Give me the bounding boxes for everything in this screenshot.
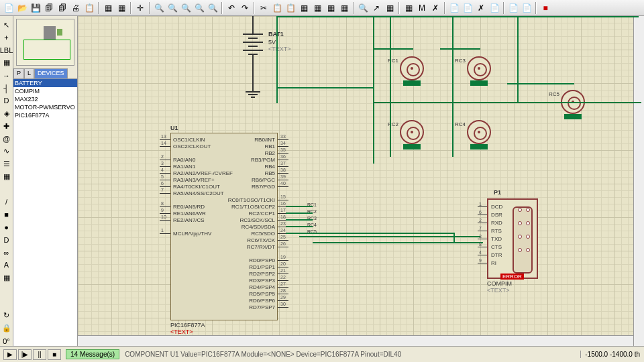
sim-control-3[interactable]: ■ <box>48 349 61 360</box>
toolbar-btn-40[interactable]: ✗ <box>475 2 487 14</box>
toolbar-btn-3[interactable]: 🗐 <box>43 2 55 14</box>
toolbar-btn-23[interactable]: 📋 <box>271 2 283 14</box>
motor-rc4[interactable] <box>467 120 491 144</box>
sim-control-2[interactable]: || <box>33 349 46 360</box>
tab-devices[interactable]: DEVICES <box>34 68 68 78</box>
toolbar-btn-6[interactable]: 📋 <box>83 2 95 14</box>
toolbar-btn-43[interactable]: 📄 <box>507 2 519 14</box>
tab-l[interactable]: L <box>24 68 34 78</box>
toolbar-btn-41[interactable]: 📄 <box>488 2 500 14</box>
toolbar-btn-8[interactable]: ▦ <box>102 2 114 14</box>
left-tool-16[interactable]: ● <box>1 223 12 233</box>
left-tool-6[interactable]: D <box>1 96 12 106</box>
toolbar-btn-32[interactable]: ▦ <box>384 2 396 14</box>
toolbar-btn-0[interactable]: 📄 <box>3 2 15 14</box>
left-tool-5[interactable]: ┤ <box>1 83 12 93</box>
toolbar-btn-17[interactable]: 🔍 <box>207 2 219 14</box>
toolbar-btn-14[interactable]: 🔍 <box>166 2 178 14</box>
battery-voltage: 5V <box>268 39 276 46</box>
battery-text: <TEXT> <box>268 46 291 52</box>
scrollbar-vertical[interactable] <box>633 16 644 346</box>
left-tool-19[interactable]: A <box>1 260 12 270</box>
toolbar-btn-44[interactable]: 📄 <box>521 2 533 14</box>
left-tool-10[interactable]: ∿ <box>1 146 12 156</box>
status-bar: ▶|▶||■ 14 Message(s) COMPONENT U1 Value=… <box>0 346 644 362</box>
message-count[interactable]: 14 Message(s) <box>66 349 119 359</box>
chip-part: PIC16F877A <box>170 322 205 328</box>
main-area: ↖+LBL▦→┤D◈✚@∿☰▦/■●D∞A▦↻🔒0° PLDEVICES BAT… <box>0 16 644 346</box>
left-tool-24[interactable]: 🔒 <box>1 323 12 333</box>
device-tabs: PLDEVICES <box>13 68 77 79</box>
db9-error: ERROR <box>500 274 524 280</box>
left-tool-11[interactable]: ☰ <box>1 159 12 169</box>
device-pic16f877a[interactable]: PIC16F877A <box>13 111 77 119</box>
left-tool-17[interactable]: D <box>1 235 12 245</box>
scrollbar-horizontal[interactable] <box>78 335 633 346</box>
left-tool-25[interactable]: 0° <box>1 336 12 346</box>
sim-control-1[interactable]: |▶ <box>18 349 32 360</box>
device-max232[interactable]: MAX232 <box>13 95 77 103</box>
motor-rc1[interactable] <box>400 56 424 80</box>
toolbar-btn-38[interactable]: 📄 <box>448 2 460 14</box>
db9-ref: P1 <box>494 189 501 196</box>
left-tool-0[interactable]: ↖ <box>1 20 12 30</box>
toolbar-btn-16[interactable]: 🔍 <box>193 2 205 14</box>
device-battery[interactable]: BATTERY <box>13 79 77 87</box>
left-tool-2[interactable]: LBL <box>1 46 12 56</box>
toolbar-btn-13[interactable]: 🔍 <box>153 2 165 14</box>
toolbar-btn-11[interactable]: ✛ <box>134 2 146 14</box>
toolbar-btn-4[interactable]: 🗐 <box>56 2 68 14</box>
db9-text: <TEXT> <box>487 287 510 294</box>
device-motor-pwmservo[interactable]: MOTOR-PWMSERVO <box>13 103 77 111</box>
device-compim[interactable]: COMPIM <box>13 87 77 95</box>
left-tool-13[interactable] <box>1 184 12 194</box>
left-tool-12[interactable]: ▦ <box>1 172 12 182</box>
left-tool-14[interactable]: / <box>1 197 12 207</box>
overview-panel[interactable] <box>16 19 74 66</box>
toolbar-btn-27[interactable]: ▦ <box>325 2 337 14</box>
main-toolbar: 📄📂💾🗐🗐🖨📋▦▦✛🔍🔍🔍🔍🔍↶↷✂📋📋▦▦▦▦🔍↗▦▦M✗📄📄✗📄📄📄■ <box>0 0 644 16</box>
left-tool-3[interactable]: ▦ <box>1 58 12 68</box>
status-info: COMPONENT U1 Value=PIC16F877A Module=<NO… <box>125 351 401 358</box>
toolbar-btn-39[interactable]: 📄 <box>462 2 474 14</box>
left-tool-1[interactable]: + <box>1 33 12 43</box>
toolbar-btn-46[interactable]: ■ <box>539 2 551 14</box>
sidebar: PLDEVICES BATTERYCOMPIMMAX232MOTOR-PWMSE… <box>13 16 78 346</box>
toolbar-btn-24[interactable]: 📋 <box>284 2 297 14</box>
left-tool-8[interactable]: ✚ <box>1 121 12 131</box>
toolbar-btn-26[interactable]: ▦ <box>311 2 323 14</box>
schematic-canvas[interactable]: BAT1 5V <TEXT> U1 13OSC1/CLKIN14OSC2/CLK… <box>78 16 644 346</box>
toolbar-btn-19[interactable]: ↶ <box>225 2 237 14</box>
left-tool-7[interactable]: ◈ <box>1 109 12 119</box>
toolbar-btn-35[interactable]: M <box>416 2 428 14</box>
left-tool-20[interactable]: ▦ <box>1 273 12 283</box>
toolbar-btn-34[interactable]: ▦ <box>402 2 415 14</box>
coordinates: -1500.0 -1400.0 th <box>580 351 644 358</box>
toolbar-btn-15[interactable]: 🔍 <box>180 2 192 14</box>
device-list[interactable]: BATTERYCOMPIMMAX232MOTOR-PWMSERVOPIC16F8… <box>13 79 77 346</box>
motor-rc3[interactable] <box>467 56 491 80</box>
db9-part: COMPIM <box>487 280 512 287</box>
left-tool-21[interactable] <box>1 286 12 296</box>
toolbar-btn-22[interactable]: ✂ <box>258 2 270 14</box>
toolbar-btn-36[interactable]: ✗ <box>429 2 441 14</box>
left-tool-9[interactable]: @ <box>1 134 12 144</box>
toolbar-btn-9[interactable]: ▦ <box>115 2 127 14</box>
toolbar-btn-30[interactable]: 🔍 <box>357 2 369 14</box>
chip-text: <TEXT> <box>170 328 193 335</box>
toolbar-btn-2[interactable]: 💾 <box>30 2 42 14</box>
left-tool-23[interactable]: ↻ <box>1 310 12 320</box>
left-tool-22[interactable] <box>1 298 12 308</box>
toolbar-btn-20[interactable]: ↷ <box>239 2 251 14</box>
toolbar-btn-25[interactable]: ▦ <box>298 2 310 14</box>
left-tool-4[interactable]: → <box>1 70 12 80</box>
left-tool-18[interactable]: ∞ <box>1 247 12 257</box>
tab-p[interactable]: P <box>13 68 24 78</box>
toolbar-btn-5[interactable]: 🖨 <box>70 2 82 14</box>
left-tool-15[interactable]: ■ <box>1 210 12 220</box>
toolbar-btn-31[interactable]: ↗ <box>370 2 382 14</box>
motor-rc2[interactable] <box>400 120 424 144</box>
sim-control-0[interactable]: ▶ <box>3 349 17 360</box>
toolbar-btn-1[interactable]: 📂 <box>16 2 28 14</box>
toolbar-btn-28[interactable]: ▦ <box>338 2 350 14</box>
